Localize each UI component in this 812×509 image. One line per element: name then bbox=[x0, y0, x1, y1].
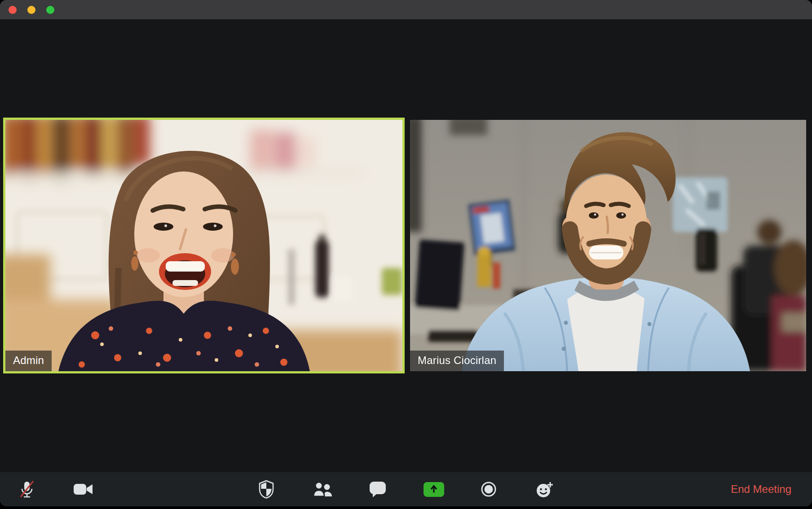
video-tile-admin[interactable]: Admin bbox=[5, 120, 402, 371]
video-stage: Admin bbox=[0, 19, 812, 472]
chat-bubble-icon bbox=[369, 481, 386, 498]
chat-button[interactable] bbox=[365, 477, 390, 502]
minimize-button[interactable] bbox=[27, 6, 35, 14]
microphone-off-icon bbox=[18, 479, 36, 500]
participant-name-label: Admin bbox=[5, 351, 52, 371]
share-screen-icon bbox=[424, 482, 444, 497]
admin-video-feed bbox=[5, 120, 402, 371]
meeting-window: Admin bbox=[0, 0, 812, 506]
close-button[interactable] bbox=[9, 6, 17, 14]
marius-video-feed bbox=[410, 120, 806, 371]
participants-icon bbox=[313, 482, 333, 497]
video-tile-marius[interactable]: Marius Ciocirlan bbox=[410, 120, 806, 371]
video-camera-icon bbox=[74, 483, 93, 496]
mute-button[interactable] bbox=[14, 477, 40, 502]
security-button[interactable] bbox=[254, 477, 279, 502]
record-button[interactable] bbox=[476, 477, 501, 502]
record-icon bbox=[481, 481, 497, 497]
shield-icon bbox=[258, 480, 274, 499]
titlebar bbox=[0, 0, 812, 19]
reactions-icon bbox=[535, 480, 554, 499]
end-meeting-button[interactable]: End Meeting bbox=[728, 483, 794, 496]
video-button[interactable] bbox=[71, 477, 96, 502]
reactions-button[interactable] bbox=[532, 477, 557, 502]
participants-button[interactable] bbox=[310, 477, 335, 502]
zoom-button[interactable] bbox=[46, 6, 54, 14]
meeting-toolbar: End Meeting bbox=[0, 472, 812, 506]
participant-name-label: Marius Ciocirlan bbox=[410, 351, 504, 371]
share-screen-button[interactable] bbox=[421, 477, 446, 502]
